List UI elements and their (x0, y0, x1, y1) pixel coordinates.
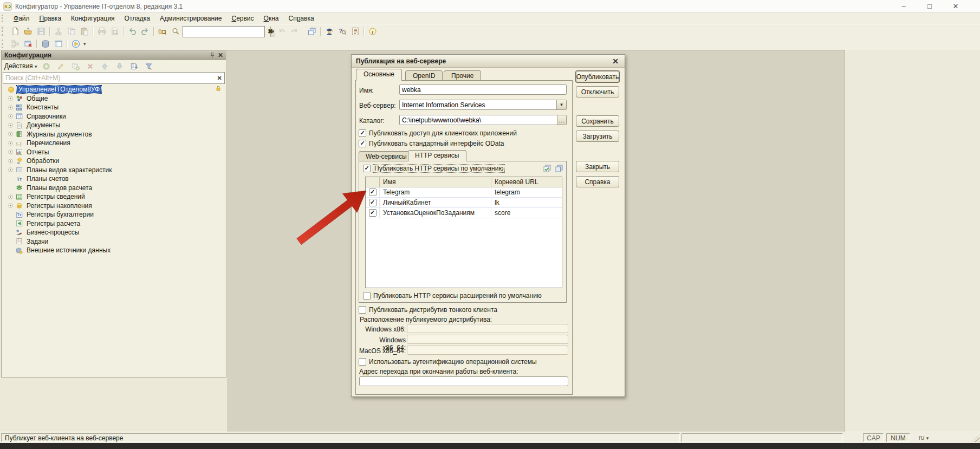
expand-icon[interactable] (7, 113, 14, 120)
tab-web-services[interactable]: Web-сервисы (359, 151, 414, 161)
checkbox-client-apps[interactable]: Публиковать доступ для клиентских прилож… (359, 129, 517, 137)
checkbox-icon[interactable] (359, 306, 366, 314)
tree-item[interactable]: Планы видов характеристик (2, 166, 226, 175)
checkbox-icon[interactable] (359, 129, 366, 137)
quick-search-combo[interactable]: ▼ (183, 26, 265, 37)
language-indicator[interactable]: ru ▾ (913, 433, 934, 442)
expand-icon[interactable] (7, 104, 14, 111)
copy-button[interactable] (65, 26, 78, 37)
act-edit-button[interactable] (54, 61, 67, 72)
dialog-title-bar[interactable]: Публикация на веб-сервере ✕ (352, 55, 625, 68)
paste-button[interactable] (78, 26, 91, 37)
tree-item[interactable]: Регистры сведений (2, 192, 226, 201)
act-order-button[interactable] (127, 61, 140, 72)
interface-editor-button[interactable] (52, 38, 65, 50)
menu-отладка[interactable]: Отладка (120, 14, 155, 23)
directory-value[interactable] (400, 115, 557, 125)
dist-path-field[interactable] (407, 346, 568, 355)
chevron-down-icon[interactable]: ▾ (83, 41, 86, 47)
exit-url-field[interactable] (359, 376, 568, 386)
dist-path-field[interactable] (407, 324, 568, 333)
tree-item[interactable]: Журналы документов (2, 130, 226, 139)
help-button[interactable]: Справка (576, 176, 619, 187)
tab-openid[interactable]: OpenID (405, 70, 443, 81)
close-button[interactable]: ✕ (950, 2, 962, 10)
resize-grip-icon[interactable] (972, 434, 979, 442)
menu-администрирование[interactable]: Администрирование (155, 14, 226, 23)
tree-item[interactable]: Общие (2, 94, 226, 103)
row-checkbox[interactable] (369, 209, 377, 217)
cut-button[interactable] (52, 26, 65, 37)
checkbox-http-ext-default[interactable]: Публиковать HTTP сервисы расширений по у… (363, 291, 542, 300)
redo-button[interactable] (139, 26, 152, 37)
expand-icon[interactable] (7, 131, 14, 138)
tree-item[interactable]: Обработки (2, 157, 226, 166)
help-contents-button[interactable] (349, 26, 362, 37)
menu-сервис[interactable]: Сервис (226, 14, 258, 23)
checkbox-icon[interactable] (363, 165, 371, 172)
help-search-button[interactable]: ? (336, 26, 349, 37)
tree-item[interactable]: Бизнес-процессы (2, 228, 226, 237)
save-button[interactable]: Сохранить (576, 115, 619, 127)
open-file-button[interactable] (22, 26, 35, 37)
act-delete-button[interactable] (83, 61, 96, 72)
tab-http-services[interactable]: HTTP сервисы (408, 150, 466, 161)
disable-button[interactable]: Отключить (576, 86, 619, 97)
close-button[interactable]: Закрыть (576, 161, 619, 172)
expand-icon[interactable] (7, 122, 14, 129)
tree-item[interactable]: Документы (2, 121, 226, 130)
row-checkbox[interactable] (369, 188, 377, 196)
checkbox-icon[interactable] (363, 292, 371, 300)
pin-icon[interactable] (209, 52, 216, 58)
search-prev-button[interactable] (275, 26, 288, 37)
act-filter-button[interactable] (142, 61, 155, 72)
checkbox-icon[interactable] (359, 358, 366, 366)
table-row[interactable]: Telegramtelegram (366, 187, 562, 198)
expand-icon[interactable] (7, 166, 14, 173)
start-debugging-button[interactable] (69, 38, 82, 50)
actions-menu-button[interactable]: Действия ▾ (4, 62, 37, 70)
print-button[interactable] (95, 26, 108, 37)
search-button[interactable] (169, 26, 182, 37)
info-button[interactable]: i (366, 26, 379, 37)
close-configuration-button[interactable] (22, 38, 35, 50)
tree-item[interactable]: Регистры накопления (2, 201, 226, 211)
checkbox-icon[interactable] (359, 140, 366, 147)
checkbox-odata[interactable]: Публиковать стандартный интерфейс OData (359, 139, 504, 147)
undo-button[interactable] (126, 26, 139, 37)
tree-item[interactable]: Константы (2, 103, 226, 112)
expand-icon[interactable] (7, 148, 14, 155)
menu-правка[interactable]: Правка (35, 14, 67, 23)
quick-search-input[interactable] (183, 28, 270, 36)
check-all-icon[interactable] (543, 164, 551, 173)
tree-item[interactable]: Задачи (2, 237, 226, 246)
expand-icon[interactable] (7, 158, 14, 165)
load-button[interactable]: Загрузить (576, 131, 619, 142)
clear-tree-search-icon[interactable]: ✕ (215, 73, 224, 83)
menu-справка[interactable]: Справка (283, 14, 319, 23)
tree-item[interactable]: {..}Перечисления (2, 139, 226, 148)
browse-button[interactable]: ... (557, 115, 566, 125)
name-field[interactable] (399, 84, 567, 95)
tree-item[interactable]: Справочники (2, 112, 226, 121)
expand-icon[interactable] (7, 95, 14, 102)
clear-search-button[interactable]: ✖ (265, 27, 275, 37)
expand-icon[interactable] (7, 193, 14, 200)
act-add-button[interactable] (40, 61, 53, 72)
web-server-value[interactable] (400, 100, 556, 109)
row-checkbox[interactable] (369, 199, 377, 206)
select-all-icon[interactable] (555, 164, 563, 173)
table-row[interactable]: УстановкаОценокПоЗаданиямscore (366, 208, 562, 218)
tree-item[interactable]: ТтПланы счетов (2, 174, 226, 184)
tree-item[interactable]: ТтРегистры бухгалтерии (2, 210, 226, 219)
menu-конфигурация[interactable]: Конфигурация (66, 14, 120, 23)
expand-icon[interactable] (7, 202, 14, 209)
minimize-button[interactable]: – (898, 2, 910, 10)
maximize-button[interactable]: □ (924, 2, 936, 10)
menu-файл[interactable]: Файл (9, 14, 35, 23)
tree-item[interactable]: Отчеты (2, 148, 226, 157)
act-move-up-button[interactable] (98, 61, 111, 72)
checkbox-http-default[interactable]: Публиковать HTTP сервисы по умолчанию (363, 164, 563, 173)
tree-item[interactable]: УправлениеITОтделом8УФ (2, 85, 226, 94)
panel-close-icon[interactable]: ✕ (218, 51, 223, 59)
